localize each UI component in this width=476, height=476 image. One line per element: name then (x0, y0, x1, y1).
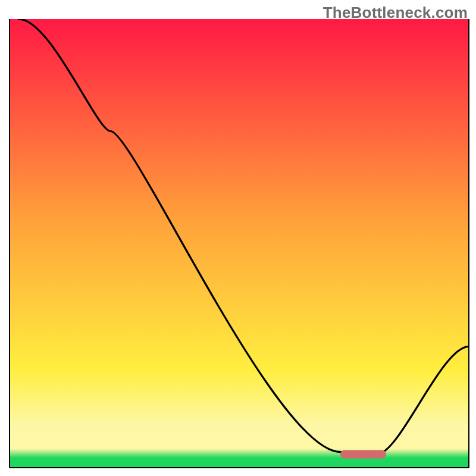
optimal-range-marker (340, 450, 386, 458)
bottleneck-chart (0, 0, 476, 476)
chart-stage: TheBottleneck.com (0, 0, 476, 476)
